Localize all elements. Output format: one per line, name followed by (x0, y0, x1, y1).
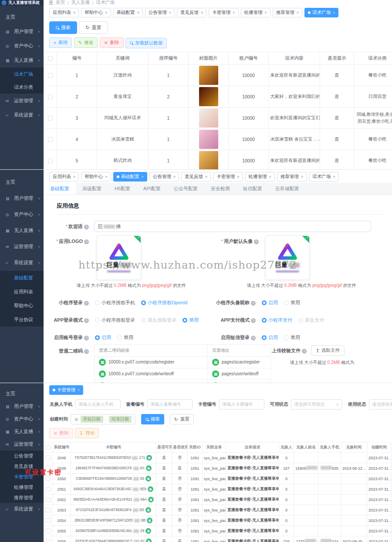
qr-code-icon[interactable]: ▦ (212, 370, 219, 377)
close-icon[interactable]: × (205, 175, 207, 179)
app-logo-upload[interactable]: 巨量 (97, 236, 141, 280)
tab-推荐管理[interactable]: 推荐管理× (273, 8, 302, 17)
question-icon[interactable]: ? (302, 349, 307, 353)
table-row[interactable]: 2055620667E8BFA2486D93585A6C46129▣是否1091… (44, 526, 392, 536)
close-icon[interactable]: × (269, 175, 271, 179)
radio-禁用[interactable]: 禁用 (284, 300, 300, 306)
qr-code-icon[interactable]: ▦ (212, 359, 219, 366)
choose-file-button[interactable]: ↥选取文件 (311, 345, 345, 356)
table-row[interactable]: 2050C0D86687FE184A5B8941289872855▣是否1091… (44, 474, 392, 484)
sidebar-item-users[interactable]: ▤用户管理∨ (0, 24, 44, 39)
copy-icon[interactable]: ▣ (148, 486, 153, 492)
tab-公告管理[interactable]: 公告管理× (149, 172, 179, 182)
reset-button[interactable]: ↻重置 (170, 414, 194, 424)
copy-icon[interactable]: ▣ (146, 465, 152, 471)
tab-轮播管理[interactable]: 轮播管理× (245, 172, 275, 182)
question-icon[interactable]: ? (254, 239, 259, 244)
close-icon[interactable]: × (301, 175, 303, 179)
search-button[interactable]: 搜索 (141, 414, 164, 424)
sidebar-item-help-center[interactable]: 帮助中心 (0, 299, 44, 313)
question-icon[interactable]: ? (251, 336, 256, 340)
tab-应用列表[interactable]: 应用列表× (49, 172, 79, 182)
sidebar-item-settings[interactable]: ‹›系统设置∨ (0, 108, 44, 122)
row-checkbox[interactable] (48, 158, 53, 163)
radio-禁用[interactable]: 禁用 (117, 334, 133, 341)
edit-button[interactable]: ✎修改 (74, 37, 98, 48)
question-icon[interactable]: ? (84, 301, 89, 306)
tab-轮播管理[interactable]: 轮播管理× (241, 8, 270, 17)
question-icon[interactable]: ? (251, 301, 256, 306)
row-checkbox[interactable] (46, 497, 51, 502)
sidebar-item-live[interactable]: ▦无人直播∨ (0, 222, 44, 239)
welcome-input[interactable]: 巨 播 (94, 221, 371, 232)
sidebar-item-assets[interactable]: ◎资产中心∨ (0, 413, 44, 425)
subtab-短信配置[interactable]: 短信配置 (237, 183, 269, 195)
qr-code-icon[interactable]: ▦ (99, 370, 106, 377)
tab-卡密管理[interactable]: 卡密管理× (209, 8, 238, 17)
table-row[interactable]: 20542B63138E6E8F40F59971234F1DE06B▣是否109… (44, 515, 392, 526)
table-row[interactable]: 205387C02F61E3F34189A87383619F4D0▣是否1091… (44, 505, 392, 515)
copy-icon[interactable]: ▣ (146, 539, 152, 542)
filter-select-使用状态[interactable]: 请选择使用状态∨ (369, 399, 392, 410)
close-icon[interactable]: × (173, 175, 176, 179)
radio-启用[interactable]: 启用 (95, 334, 111, 341)
row-checkbox[interactable] (46, 455, 51, 460)
breadcrumb-live[interactable]: 无人直播 (71, 0, 90, 6)
question-icon[interactable]: ? (84, 349, 89, 354)
copy-icon[interactable]: ▣ (145, 476, 151, 481)
add-button[interactable]: +新增 (49, 37, 72, 48)
row-checkbox[interactable] (48, 73, 53, 78)
close-icon[interactable]: × (169, 10, 171, 15)
sidebar-item-operations[interactable]: ✉运营管理∧ (0, 438, 44, 451)
radio-原生支付[interactable]: 原生支付 (298, 317, 324, 323)
tab-话术广场[interactable]: 话术广场× (304, 8, 338, 17)
table-row[interactable]: 3同城无人循环话术110000欢迎来到直播间的宝宝们...是同城,教培学校,美业… (44, 107, 392, 128)
radio-小程序授权手机[interactable]: 小程序授权手机 (95, 300, 135, 306)
question-icon[interactable]: ? (84, 225, 89, 229)
row-checkbox[interactable] (48, 137, 53, 142)
sidebar-item-operations[interactable]: ✉运营管理∨ (0, 94, 44, 108)
subtab-公众号配置[interactable]: 公众号配置 (167, 183, 204, 195)
close-icon[interactable]: × (142, 175, 144, 179)
tab-帮助中心[interactable]: 帮助中心× (81, 8, 111, 17)
table-row[interactable]: 205248035DAEAAA64E66AABAE1AF92169A▣是否109… (44, 495, 392, 505)
table-row[interactable]: 20516493C39E8A6446AC9D87363EA6C0E9▣是否109… (44, 484, 392, 495)
question-icon[interactable]: ? (84, 336, 89, 340)
radio-启用[interactable]: 启用 (262, 300, 278, 306)
close-icon[interactable]: × (105, 10, 107, 15)
sidebar-item-platform-agreement[interactable]: 平台协议 (0, 313, 44, 327)
question-icon[interactable]: ? (84, 239, 89, 244)
radio-小程序授权OpenId[interactable]: 小程序授权OpenId (141, 300, 187, 306)
hamburger-icon[interactable]: ☰ (49, 0, 53, 6)
row-checkbox[interactable] (46, 508, 51, 512)
close-icon[interactable]: × (333, 175, 335, 179)
tab-卡密管理[interactable]: 卡密管理× (213, 172, 243, 182)
breadcrumb-home[interactable]: 首页 (56, 0, 65, 6)
row-checkbox[interactable] (46, 529, 51, 533)
table-row[interactable]: 2黄金珠宝210000大家好，欢迎来到我们的...是日用百货 (44, 86, 392, 107)
filter-input-兑换人手机[interactable]: 请输入兑换人手机 (75, 399, 121, 410)
filter-input-卡密编号[interactable]: 请输入卡密编号 (219, 399, 264, 410)
start-date[interactable]: 开始日期 (81, 416, 103, 423)
row-checkbox[interactable] (48, 94, 53, 99)
copy-icon[interactable]: ▣ (145, 528, 151, 534)
subtab-安全检测[interactable]: 安全检测 (204, 183, 237, 195)
export-button[interactable]: ↧导出 (75, 428, 99, 438)
close-icon[interactable]: × (333, 10, 335, 15)
table-row[interactable]: 5韩式炸鸡110000来欢迎所有新进直播间的...是餐饮小吃 (44, 150, 392, 170)
copy-icon[interactable]: ▣ (147, 518, 152, 523)
sidebar-item-basic-config[interactable]: 基础配置 (0, 271, 44, 285)
tab-帮助中心[interactable]: 帮助中心× (81, 172, 111, 182)
default-avatar-upload[interactable]: 巨量 (265, 236, 310, 280)
close-icon[interactable]: × (78, 388, 80, 392)
sidebar-item-assets[interactable]: ◎资产中心∨ (0, 206, 44, 222)
sidebar-item-operations[interactable]: ✉运营管理∨ (0, 239, 44, 255)
sidebar-item-assets[interactable]: ◎资产中心∨ (0, 39, 44, 53)
close-icon[interactable]: × (237, 175, 239, 179)
load-default-button[interactable]: 加载默认数据 (125, 38, 167, 48)
tab-公告管理[interactable]: 公告管理× (145, 8, 175, 17)
sidebar-item-users[interactable]: ▤用户管理∨ (0, 190, 44, 206)
radio-禁用[interactable]: 禁用 (182, 317, 199, 323)
radio-禁用[interactable]: 禁用 (284, 334, 300, 341)
row-checkbox[interactable] (48, 116, 53, 121)
